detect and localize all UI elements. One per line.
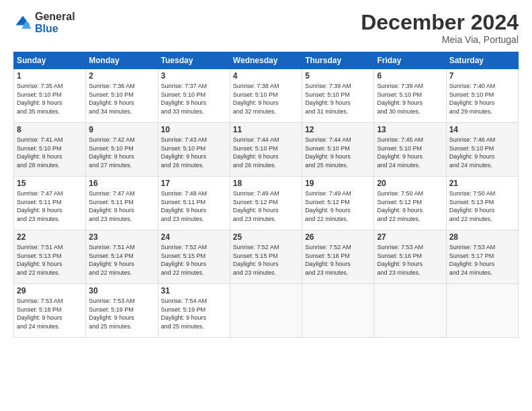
title-block: December 2024 Meia Via, Portugal xyxy=(361,11,519,45)
weekday-header-friday: Friday xyxy=(374,52,446,69)
day-info: Sunrise: 7:44 AM Sunset: 5:10 PM Dayligh… xyxy=(305,136,371,169)
calendar-cell: 9Sunrise: 7:42 AM Sunset: 5:10 PM Daylig… xyxy=(86,123,158,177)
day-number: 16 xyxy=(89,179,154,188)
day-number: 14 xyxy=(449,125,515,134)
page-header: General Blue December 2024 Meia Via, Por… xyxy=(13,11,519,45)
calendar-cell: 21Sunrise: 7:50 AM Sunset: 5:13 PM Dayli… xyxy=(446,177,518,230)
weekday-header-saturday: Saturday xyxy=(446,52,518,69)
day-number: 6 xyxy=(377,71,443,81)
day-number: 1 xyxy=(17,71,83,81)
calendar-cell: 20Sunrise: 7:50 AM Sunset: 5:12 PM Dayli… xyxy=(374,177,446,230)
day-info: Sunrise: 7:45 AM Sunset: 5:10 PM Dayligh… xyxy=(377,136,443,169)
logo-icon xyxy=(13,13,32,32)
logo-blue: Blue xyxy=(35,23,75,35)
day-info: Sunrise: 7:53 AM Sunset: 5:17 PM Dayligh… xyxy=(449,243,515,277)
weekday-header-thursday: Thursday xyxy=(302,52,374,69)
day-info: Sunrise: 7:49 AM Sunset: 5:12 PM Dayligh… xyxy=(305,189,371,223)
calendar-week-3: 15Sunrise: 7:47 AM Sunset: 5:11 PM Dayli… xyxy=(14,177,519,230)
calendar-page: General Blue December 2024 Meia Via, Por… xyxy=(0,0,532,411)
calendar-cell: 6Sunrise: 7:39 AM Sunset: 5:10 PM Daylig… xyxy=(374,69,446,123)
calendar-week-4: 22Sunrise: 7:51 AM Sunset: 5:13 PM Dayli… xyxy=(14,230,519,284)
calendar-cell: 4Sunrise: 7:38 AM Sunset: 5:10 PM Daylig… xyxy=(230,69,302,123)
location: Meia Via, Portugal xyxy=(361,34,519,45)
logo-general: General xyxy=(35,11,75,23)
calendar-cell: 17Sunrise: 7:48 AM Sunset: 5:11 PM Dayli… xyxy=(158,177,230,230)
day-number: 10 xyxy=(161,125,227,134)
calendar-table: SundayMondayTuesdayWednesdayThursdayFrid… xyxy=(13,52,519,338)
day-number: 26 xyxy=(305,232,371,242)
calendar-cell: 16Sunrise: 7:47 AM Sunset: 5:11 PM Dayli… xyxy=(86,177,158,230)
day-info: Sunrise: 7:43 AM Sunset: 5:10 PM Dayligh… xyxy=(161,136,227,169)
calendar-cell: 14Sunrise: 7:46 AM Sunset: 5:10 PM Dayli… xyxy=(446,123,518,177)
calendar-week-2: 8Sunrise: 7:41 AM Sunset: 5:10 PM Daylig… xyxy=(14,123,519,177)
calendar-cell: 29Sunrise: 7:53 AM Sunset: 5:18 PM Dayli… xyxy=(14,284,86,338)
day-number: 5 xyxy=(305,71,371,81)
day-info: Sunrise: 7:41 AM Sunset: 5:10 PM Dayligh… xyxy=(17,136,83,169)
day-number: 8 xyxy=(17,125,83,134)
day-number: 20 xyxy=(377,179,443,188)
day-info: Sunrise: 7:44 AM Sunset: 5:10 PM Dayligh… xyxy=(233,136,299,169)
day-info: Sunrise: 7:51 AM Sunset: 5:14 PM Dayligh… xyxy=(89,243,154,277)
calendar-cell: 30Sunrise: 7:53 AM Sunset: 5:19 PM Dayli… xyxy=(86,284,158,338)
calendar-cell: 10Sunrise: 7:43 AM Sunset: 5:10 PM Dayli… xyxy=(158,123,230,177)
day-info: Sunrise: 7:42 AM Sunset: 5:10 PM Dayligh… xyxy=(89,136,154,169)
day-info: Sunrise: 7:39 AM Sunset: 5:10 PM Dayligh… xyxy=(305,82,371,116)
day-info: Sunrise: 7:37 AM Sunset: 5:10 PM Dayligh… xyxy=(161,82,227,116)
day-info: Sunrise: 7:52 AM Sunset: 5:16 PM Dayligh… xyxy=(305,243,371,277)
calendar-cell: 24Sunrise: 7:52 AM Sunset: 5:15 PM Dayli… xyxy=(158,230,230,284)
day-number: 30 xyxy=(89,286,154,295)
day-number: 21 xyxy=(449,179,515,188)
day-info: Sunrise: 7:50 AM Sunset: 5:12 PM Dayligh… xyxy=(377,189,443,223)
day-info: Sunrise: 7:40 AM Sunset: 5:10 PM Dayligh… xyxy=(449,82,515,116)
day-info: Sunrise: 7:38 AM Sunset: 5:10 PM Dayligh… xyxy=(233,82,299,116)
calendar-week-1: 1Sunrise: 7:35 AM Sunset: 5:10 PM Daylig… xyxy=(14,69,519,123)
day-number: 27 xyxy=(377,232,443,242)
calendar-cell: 22Sunrise: 7:51 AM Sunset: 5:13 PM Dayli… xyxy=(14,230,86,284)
day-info: Sunrise: 7:53 AM Sunset: 5:18 PM Dayligh… xyxy=(17,297,83,330)
day-number: 25 xyxy=(233,232,299,242)
day-number: 13 xyxy=(377,125,443,134)
calendar-cell xyxy=(446,284,518,338)
calendar-cell: 13Sunrise: 7:45 AM Sunset: 5:10 PM Dayli… xyxy=(374,123,446,177)
calendar-cell xyxy=(302,284,374,338)
calendar-week-5: 29Sunrise: 7:53 AM Sunset: 5:18 PM Dayli… xyxy=(14,284,519,338)
day-number: 29 xyxy=(17,286,83,295)
day-number: 7 xyxy=(449,71,515,81)
weekday-header-tuesday: Tuesday xyxy=(158,52,230,69)
calendar-cell: 27Sunrise: 7:53 AM Sunset: 5:16 PM Dayli… xyxy=(374,230,446,284)
calendar-cell: 2Sunrise: 7:36 AM Sunset: 5:10 PM Daylig… xyxy=(86,69,158,123)
day-info: Sunrise: 7:50 AM Sunset: 5:13 PM Dayligh… xyxy=(449,189,515,223)
day-number: 9 xyxy=(89,125,154,134)
calendar-cell xyxy=(230,284,302,338)
day-info: Sunrise: 7:47 AM Sunset: 5:11 PM Dayligh… xyxy=(89,189,154,223)
day-info: Sunrise: 7:53 AM Sunset: 5:19 PM Dayligh… xyxy=(89,297,154,330)
calendar-cell: 25Sunrise: 7:52 AM Sunset: 5:15 PM Dayli… xyxy=(230,230,302,284)
calendar-cell xyxy=(374,284,446,338)
weekday-header-monday: Monday xyxy=(86,52,158,69)
calendar-cell: 28Sunrise: 7:53 AM Sunset: 5:17 PM Dayli… xyxy=(446,230,518,284)
day-info: Sunrise: 7:52 AM Sunset: 5:15 PM Dayligh… xyxy=(233,243,299,277)
day-number: 11 xyxy=(233,125,299,134)
day-number: 31 xyxy=(161,286,227,295)
day-number: 18 xyxy=(233,179,299,188)
day-info: Sunrise: 7:53 AM Sunset: 5:16 PM Dayligh… xyxy=(377,243,443,277)
day-number: 28 xyxy=(449,232,515,242)
day-number: 19 xyxy=(305,179,371,188)
day-number: 4 xyxy=(233,71,299,81)
weekday-header-wednesday: Wednesday xyxy=(230,52,302,69)
calendar-cell: 7Sunrise: 7:40 AM Sunset: 5:10 PM Daylig… xyxy=(446,69,518,123)
logo: General Blue xyxy=(13,11,75,34)
day-info: Sunrise: 7:39 AM Sunset: 5:10 PM Dayligh… xyxy=(377,82,443,116)
day-number: 12 xyxy=(305,125,371,134)
day-number: 2 xyxy=(89,71,154,81)
calendar-cell: 26Sunrise: 7:52 AM Sunset: 5:16 PM Dayli… xyxy=(302,230,374,284)
logo-text: General Blue xyxy=(35,11,75,34)
day-number: 15 xyxy=(17,179,83,188)
day-info: Sunrise: 7:49 AM Sunset: 5:12 PM Dayligh… xyxy=(233,189,299,223)
calendar-cell: 5Sunrise: 7:39 AM Sunset: 5:10 PM Daylig… xyxy=(302,69,374,123)
calendar-cell: 3Sunrise: 7:37 AM Sunset: 5:10 PM Daylig… xyxy=(158,69,230,123)
calendar-cell: 19Sunrise: 7:49 AM Sunset: 5:12 PM Dayli… xyxy=(302,177,374,230)
day-info: Sunrise: 7:46 AM Sunset: 5:10 PM Dayligh… xyxy=(449,136,515,169)
day-number: 3 xyxy=(161,71,227,81)
calendar-cell: 23Sunrise: 7:51 AM Sunset: 5:14 PM Dayli… xyxy=(86,230,158,284)
